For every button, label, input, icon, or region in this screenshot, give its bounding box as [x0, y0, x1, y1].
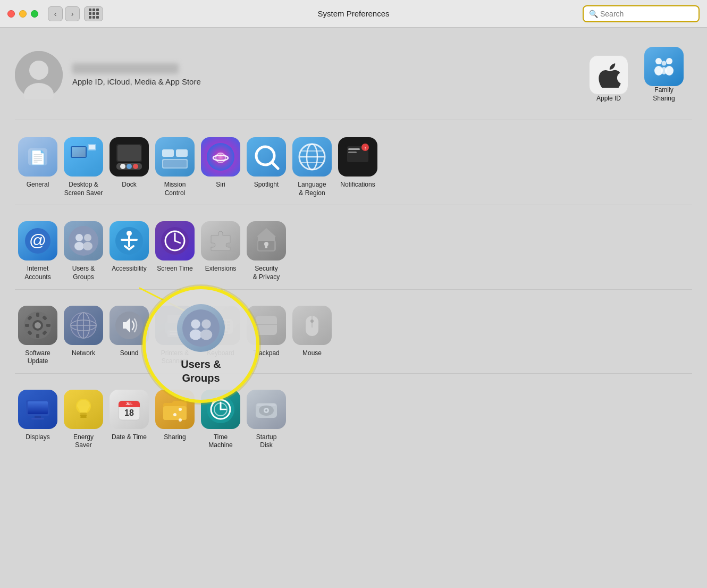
traffic-lights [7, 10, 38, 18]
network-svg [69, 310, 98, 340]
general-label: General [27, 181, 49, 189]
printers-label: Printers &Scanners [161, 349, 189, 366]
mouse-label: Mouse [302, 349, 322, 358]
back-button[interactable]: ‹ [48, 6, 63, 21]
language-item[interactable]: Language& Region [289, 130, 335, 205]
svg-rect-96 [218, 324, 222, 326]
search-input[interactable] [600, 10, 693, 18]
siri-item[interactable]: Siri [198, 130, 243, 205]
svg-rect-97 [223, 324, 226, 326]
svg-point-7 [662, 61, 667, 66]
displays-item[interactable]: Displays [15, 382, 61, 457]
maximize-button[interactable] [31, 10, 38, 18]
mission-item[interactable]: MissionControl [152, 130, 198, 205]
printers-item[interactable]: Printers &Scanners [152, 298, 198, 373]
energy-item[interactable]: EnergySaver [61, 382, 106, 457]
datetime-item[interactable]: JUL 18 Date & Time [106, 382, 152, 457]
language-svg [297, 142, 327, 172]
svg-rect-91 [218, 321, 222, 323]
displays-label: Displays [26, 433, 49, 442]
apple-id-item[interactable]: Apple ID [586, 48, 632, 111]
desktop-icon [64, 137, 103, 177]
mouse-svg [297, 310, 327, 340]
software-item[interactable]: SoftwareUpdate [15, 298, 61, 373]
screentime-label: Screen Time [157, 265, 192, 273]
siri-svg [206, 142, 235, 172]
svg-point-8 [661, 67, 667, 74]
spotlight-item[interactable]: Spotlight [243, 130, 289, 205]
row-4: Displays EnergySaver [15, 382, 692, 457]
close-button[interactable] [7, 10, 15, 18]
timemachine-label: TimeMachine [208, 433, 232, 450]
sharing-item[interactable]: Sharing [152, 382, 198, 457]
startup-icon [247, 390, 286, 429]
titlebar: ‹ › System Preferences 🔍 [0, 0, 707, 28]
svg-rect-67 [36, 313, 39, 317]
general-item[interactable]: 📄 General [15, 130, 61, 205]
svg-point-126 [179, 418, 182, 422]
svg-rect-83 [167, 315, 182, 323]
svg-rect-92 [223, 321, 226, 323]
sound-item[interactable]: Sound [106, 298, 152, 373]
divider-3 [15, 373, 692, 374]
screentime-item[interactable]: Screen Time [152, 214, 198, 289]
divider-1 [15, 205, 692, 205]
dock-icon [110, 137, 149, 177]
svg-rect-38 [348, 148, 360, 150]
sound-svg [114, 310, 144, 340]
svg-point-125 [173, 413, 176, 416]
users-item[interactable]: Users &Groups [61, 214, 106, 289]
svg-text:!: ! [365, 146, 366, 150]
spotlight-svg [251, 142, 281, 172]
desktop-item[interactable]: Desktop &Screen Saver [61, 130, 106, 205]
keyboard-svg [206, 310, 235, 340]
energy-label: EnergySaver [73, 433, 94, 450]
timemachine-icon [201, 390, 240, 429]
window-title: System Preferences [317, 9, 389, 18]
svg-rect-100 [214, 327, 226, 330]
keyboard-item[interactable]: Keyboard [198, 298, 243, 373]
svg-rect-111 [28, 401, 48, 414]
search-bar[interactable]: 🔍 [583, 5, 700, 22]
avatar[interactable] [15, 51, 63, 99]
svg-rect-103 [256, 316, 277, 335]
svg-rect-99 [210, 327, 213, 330]
screentime-icon [155, 221, 195, 261]
nav-buttons: ‹ › [48, 6, 80, 21]
extensions-item[interactable]: Extensions [198, 214, 243, 289]
forward-button[interactable]: › [65, 6, 80, 21]
svg-point-48 [83, 242, 92, 250]
notifications-item[interactable]: ! Notifications [335, 130, 381, 205]
svg-rect-69 [25, 324, 29, 327]
accessibility-item[interactable]: Accessibility [106, 214, 152, 289]
svg-rect-95 [214, 324, 217, 326]
internet-item[interactable]: @ InternetAccounts [15, 214, 61, 289]
spotlight-icon [247, 137, 286, 177]
dock-item[interactable]: Dock [106, 130, 152, 205]
startup-item[interactable]: StartupDisk [243, 382, 289, 457]
siri-icon [201, 137, 240, 177]
datetime-svg: JUL 18 [114, 394, 144, 424]
grid-view-button[interactable] [84, 6, 103, 21]
minimize-button[interactable] [19, 10, 27, 18]
trackpad-item[interactable]: Trackpad [243, 298, 289, 373]
trackpad-icon [247, 306, 286, 345]
svg-point-5 [666, 58, 672, 64]
timemachine-item[interactable]: TimeMachine [198, 382, 243, 457]
users-icon [64, 221, 103, 261]
notifications-icon: ! [338, 137, 377, 177]
mouse-item[interactable]: Mouse [289, 298, 335, 373]
energy-icon [64, 390, 103, 429]
displays-icon [18, 390, 57, 429]
security-item[interactable]: Security& Privacy [243, 214, 289, 289]
mission-svg [160, 142, 190, 172]
family-sharing-item[interactable]: FamilySharing [641, 39, 687, 110]
family-sharing-icon [644, 47, 684, 86]
svg-rect-90 [214, 321, 217, 323]
svg-point-124 [179, 408, 182, 411]
software-icon [18, 306, 57, 345]
desktop-label: Desktop &Screen Saver [64, 181, 103, 197]
network-item[interactable]: Network [61, 298, 106, 373]
screentime-svg [160, 226, 190, 256]
sound-icon [110, 306, 149, 345]
